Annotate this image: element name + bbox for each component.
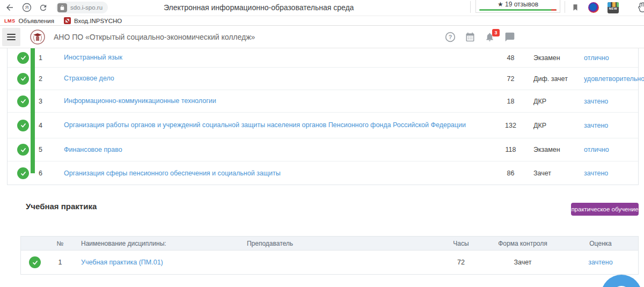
completed-check-icon bbox=[17, 167, 29, 179]
hours-value: 132 bbox=[488, 122, 533, 129]
svg-text:?: ? bbox=[449, 34, 452, 40]
hours-value: 72 bbox=[440, 259, 482, 266]
url-text: sdo.i-spo.ru bbox=[70, 4, 103, 11]
bookmark-icon[interactable] bbox=[569, 1, 582, 14]
practice-training-badge[interactable]: практическое обучение bbox=[571, 203, 639, 216]
extension-art bbox=[608, 2, 619, 7]
grade-link[interactable]: отлично bbox=[584, 54, 609, 62]
practice-course-link[interactable]: Учебная практика (ПМ.01) bbox=[81, 259, 163, 266]
control-form: ДКР bbox=[533, 98, 576, 105]
extension-new-label: NEW bbox=[608, 7, 619, 10]
browser-extension-icon[interactable] bbox=[588, 2, 599, 13]
college-logo bbox=[30, 29, 46, 45]
control-form: Зачет bbox=[482, 259, 563, 266]
header-grade: Оценка bbox=[563, 240, 638, 247]
notifications-bell-icon[interactable]: 3 bbox=[485, 32, 495, 42]
bookmark-label: Объявления bbox=[19, 18, 55, 24]
lock-icon bbox=[57, 3, 67, 12]
help-icon[interactable]: ? bbox=[445, 32, 456, 42]
page-tab-title: Электронная информационно-образовательна… bbox=[164, 3, 354, 12]
grade-link[interactable]: зачтено bbox=[584, 170, 608, 177]
row-number: 3 bbox=[39, 98, 55, 105]
completed-check-icon bbox=[17, 52, 29, 64]
yandex-icon[interactable]: Я bbox=[20, 1, 33, 14]
grade-link[interactable]: удовлетворительно bbox=[584, 75, 644, 83]
notification-count-badge: 3 bbox=[492, 29, 500, 36]
header-icons: ? 3 bbox=[445, 32, 515, 42]
course-link[interactable]: Организация работы органов и учреждений … bbox=[64, 121, 466, 129]
completed-check-icon bbox=[29, 256, 41, 268]
header-teacher: Преподаватель bbox=[200, 240, 340, 247]
bookmarks-bar: LMS Объявления Вход.INPSYCHO bbox=[0, 16, 644, 26]
course-link[interactable]: Иностранный язык bbox=[64, 54, 122, 61]
row-number: 1 bbox=[39, 54, 55, 62]
control-form: Экзамен bbox=[533, 54, 576, 62]
college-name: АНО ПО «Открытый социально-экономический… bbox=[54, 33, 255, 41]
grade-link[interactable]: отлично bbox=[584, 146, 609, 153]
course-link[interactable]: Организация сферы пенсионного обеспечени… bbox=[64, 170, 281, 177]
completed-check-icon bbox=[17, 120, 29, 131]
reviews-label: ★ 19 отзывов bbox=[497, 1, 538, 8]
bookmark-label: Вход.INPSYCHO bbox=[74, 18, 122, 24]
messages-icon[interactable] bbox=[504, 32, 515, 42]
refresh-icon[interactable] bbox=[36, 1, 49, 14]
table-row: 5 Финансовое право 118 Экзамен отлично bbox=[8, 138, 638, 161]
header-control: Форма контроля bbox=[482, 240, 563, 247]
control-form: Зачет bbox=[533, 170, 576, 177]
reviews-button[interactable]: ★ 19 отзывов bbox=[475, 0, 560, 13]
hours-value: 48 bbox=[488, 54, 533, 62]
row-number: 1 bbox=[49, 259, 71, 266]
table-row: 1 Учебная практика (ПМ.01) 72 Зачет зачт… bbox=[21, 251, 638, 274]
lms-favicon: LMS bbox=[4, 18, 16, 24]
header-hours: Часы bbox=[440, 240, 482, 247]
completed-check-icon bbox=[17, 95, 29, 107]
toolbar-divider bbox=[565, 1, 565, 13]
control-form: Экзамен bbox=[533, 146, 576, 153]
control-form: ДКР bbox=[533, 122, 576, 129]
toolbar-divider bbox=[470, 1, 471, 13]
grade-link[interactable]: зачтено bbox=[584, 98, 608, 105]
row-number: 2 bbox=[39, 75, 55, 83]
row-number: 4 bbox=[39, 122, 55, 129]
completed-check-icon bbox=[17, 144, 29, 156]
calendar-icon[interactable] bbox=[465, 32, 475, 42]
header-num: № bbox=[49, 240, 71, 247]
svg-text:Я: Я bbox=[25, 5, 29, 10]
practice-table: № Наименование дисциплины: Преподаватель… bbox=[20, 236, 639, 275]
inpsycho-favicon bbox=[64, 17, 71, 24]
hours-value: 118 bbox=[488, 146, 533, 153]
back-icon[interactable] bbox=[3, 1, 16, 14]
row-number: 6 bbox=[39, 170, 55, 177]
table-row: 1 Иностранный язык 48 Экзамен отлично bbox=[8, 48, 638, 68]
table-row: 2 Страховое дело 72 Диф. зачет удовлетво… bbox=[8, 68, 638, 90]
extension-new-icon[interactable]: NEW bbox=[608, 2, 619, 13]
address-bar[interactable]: sdo.i-spo.ru bbox=[56, 2, 108, 13]
table-row: 4 Организация работы органов и учреждени… bbox=[8, 113, 638, 138]
hours-value: 86 bbox=[488, 170, 533, 177]
hours-value: 18 bbox=[488, 98, 533, 105]
table-row: 3 Информационно-коммуникационные техноло… bbox=[8, 90, 638, 113]
control-form: Диф. зачет bbox=[533, 75, 576, 83]
screen: Я sdo.i-spo.ru Электронная информационно… bbox=[0, 0, 644, 287]
course-link[interactable]: Страховое дело bbox=[64, 75, 114, 82]
course-link[interactable]: Финансовое право bbox=[64, 146, 122, 153]
bookmark-item-inpsycho[interactable]: Вход.INPSYCHO bbox=[64, 17, 122, 24]
bookmark-item-announcements[interactable]: LMS Объявления bbox=[4, 18, 54, 24]
browser-toolbar: Я sdo.i-spo.ru Электронная информационно… bbox=[0, 0, 644, 16]
grade-link[interactable]: зачтено bbox=[588, 259, 612, 266]
completed-check-icon bbox=[17, 73, 29, 85]
header-discipline: Наименование дисциплины: bbox=[71, 240, 200, 247]
courses-table: 1 Иностранный язык 48 Экзамен отлично 2 … bbox=[7, 48, 639, 185]
table-row: 6 Организация сферы пенсионного обеспече… bbox=[8, 161, 638, 185]
app-header: АНО ПО «Открытый социально-экономический… bbox=[0, 26, 644, 48]
section-title-practice: Учебная практика bbox=[26, 202, 97, 211]
table-header-row: № Наименование дисциплины: Преподаватель… bbox=[21, 237, 638, 251]
course-link[interactable]: Информационно-коммуникационные технологи… bbox=[64, 97, 216, 105]
row-number: 5 bbox=[39, 146, 55, 153]
menu-hamburger-button[interactable] bbox=[2, 28, 20, 46]
reviews-rating-bar bbox=[479, 9, 557, 11]
chat-widget-button[interactable] bbox=[601, 275, 642, 287]
grade-link[interactable]: зачтено bbox=[584, 122, 608, 129]
hours-value: 72 bbox=[488, 75, 533, 83]
hand-icon[interactable] bbox=[636, 1, 644, 14]
